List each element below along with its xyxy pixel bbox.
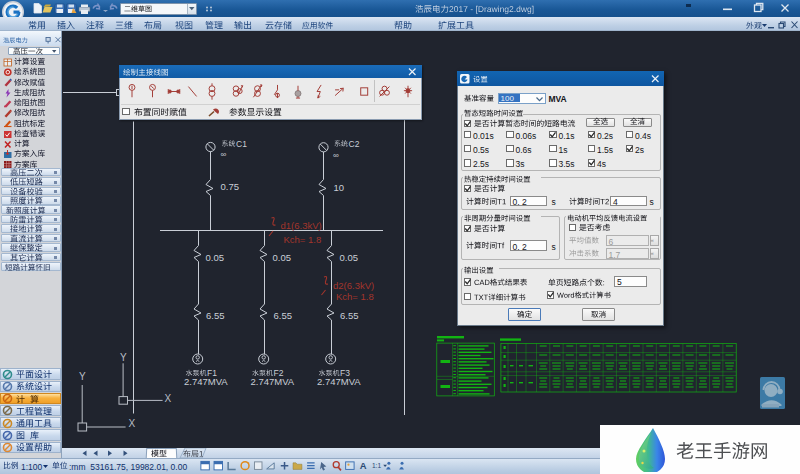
svg-text:C2: C2 (349, 139, 360, 149)
svg-text:2.747MVA: 2.747MVA (251, 376, 295, 387)
svg-text:Y: Y (120, 352, 127, 363)
svg-text:0.05: 0.05 (206, 252, 225, 263)
svg-text:d1(6.3kV): d1(6.3kV) (281, 220, 322, 231)
svg-text:2.747MVA: 2.747MVA (184, 376, 228, 387)
svg-text:6.55: 6.55 (206, 310, 225, 321)
svg-text:10: 10 (334, 182, 345, 193)
svg-text:C1: C1 (236, 139, 247, 149)
svg-text:Kch= 1.8: Kch= 1.8 (284, 234, 322, 245)
svg-text:1:1: 1:1 (372, 462, 381, 469)
svg-text:d2(6.3kV): d2(6.3kV) (333, 280, 374, 291)
svg-text:0.75: 0.75 (221, 181, 240, 192)
svg-text:A: A (360, 460, 367, 471)
svg-text:6.55: 6.55 (274, 310, 293, 321)
svg-text:∞: ∞ (221, 150, 227, 159)
svg-text:X: X (129, 418, 136, 429)
svg-text:6.55: 6.55 (340, 310, 359, 321)
svg-text:Y: Y (79, 371, 86, 382)
svg-text:2.747MVA: 2.747MVA (317, 376, 361, 387)
svg-text:0.05: 0.05 (273, 252, 292, 263)
svg-text:X: X (165, 393, 172, 404)
svg-text:Kch= 1.8: Kch= 1.8 (336, 291, 374, 302)
svg-text:∞: ∞ (333, 151, 339, 160)
svg-text:0.05: 0.05 (340, 252, 359, 263)
